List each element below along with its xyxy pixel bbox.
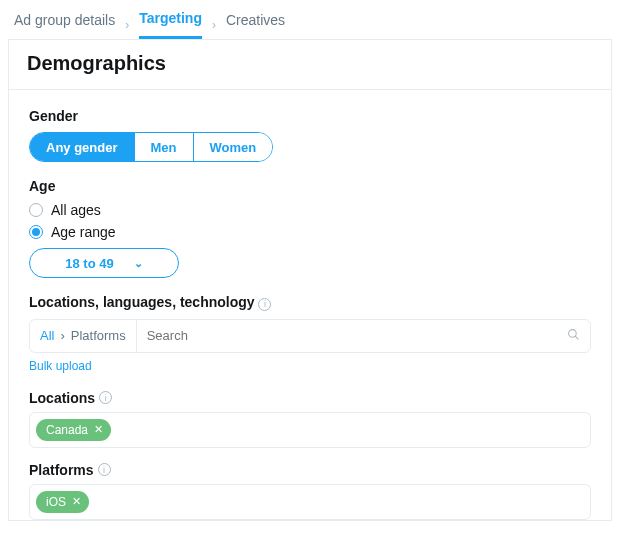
chevron-down-icon: ⌄ [134, 257, 143, 270]
breadcrumb-nav: Ad group details › Targeting › Creatives [0, 0, 620, 39]
remove-chip-icon[interactable]: ✕ [94, 423, 103, 436]
location-chip: Canada ✕ [36, 419, 111, 441]
chip-label: iOS [46, 495, 66, 509]
info-icon[interactable]: i [99, 391, 112, 404]
llt-bc-current: Platforms [71, 328, 126, 343]
nav-ad-group-details[interactable]: Ad group details [14, 12, 115, 38]
gender-option-any[interactable]: Any gender [30, 133, 134, 161]
age-range-value: 18 to 49 [65, 256, 113, 271]
locations-label: Locations [29, 390, 95, 406]
radio-label: Age range [51, 224, 116, 240]
page-title: Demographics [27, 52, 593, 75]
age-range-select[interactable]: 18 to 49 ⌄ [29, 248, 179, 278]
info-icon[interactable]: i [258, 298, 271, 311]
locations-section: Locations i Canada ✕ [29, 390, 591, 448]
chevron-right-icon: › [125, 18, 129, 32]
platforms-label: Platforms [29, 462, 94, 478]
gender-option-women[interactable]: Women [193, 133, 273, 161]
gender-label: Gender [29, 108, 591, 124]
locations-input[interactable]: Canada ✕ [29, 412, 591, 448]
chip-label: Canada [46, 423, 88, 437]
remove-chip-icon[interactable]: ✕ [72, 495, 81, 508]
radio-label: All ages [51, 202, 101, 218]
info-icon[interactable]: i [98, 463, 111, 476]
age-radio-age-range[interactable]: Age range [29, 224, 591, 240]
chevron-right-icon: › [212, 18, 216, 32]
llt-breadcrumb: All › Platforms [30, 320, 137, 352]
gender-option-men[interactable]: Men [134, 133, 193, 161]
nav-targeting[interactable]: Targeting [139, 10, 202, 39]
search-icon[interactable] [557, 328, 590, 344]
svg-point-0 [569, 329, 577, 337]
bulk-upload-link[interactable]: Bulk upload [29, 359, 92, 373]
radio-icon [29, 225, 43, 239]
svg-line-1 [575, 336, 578, 339]
gender-segmented-control: Any gender Men Women [29, 132, 273, 162]
llt-label: Locations, languages, technology i [29, 294, 591, 311]
gender-section: Gender Any gender Men Women [29, 108, 591, 162]
age-label: Age [29, 178, 591, 194]
llt-search-bar: All › Platforms [29, 319, 591, 353]
age-section: Age All ages Age range 18 to 49 ⌄ [29, 178, 591, 278]
age-radio-all-ages[interactable]: All ages [29, 202, 591, 218]
llt-search-input[interactable] [137, 328, 557, 343]
locations-languages-technology-section: Locations, languages, technology i All ›… [29, 294, 591, 374]
platforms-input[interactable]: iOS ✕ [29, 484, 591, 520]
demographics-panel: Demographics Gender Any gender Men Women… [8, 39, 612, 521]
radio-icon [29, 203, 43, 217]
llt-bc-all[interactable]: All [40, 328, 54, 343]
platforms-section: Platforms i iOS ✕ [29, 462, 591, 520]
platform-chip: iOS ✕ [36, 491, 89, 513]
nav-creatives[interactable]: Creatives [226, 12, 285, 38]
chevron-right-icon: › [60, 328, 64, 343]
